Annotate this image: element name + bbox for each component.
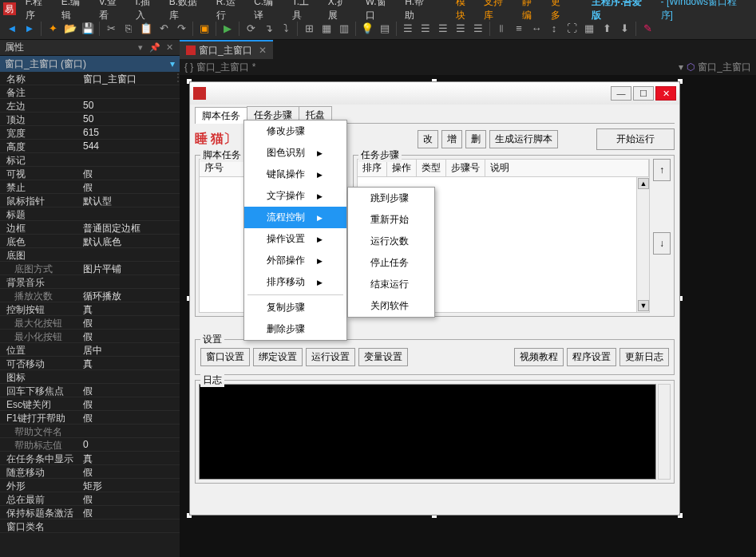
menu-item[interactable]: 操作设置▶ xyxy=(244,228,346,250)
design-canvas[interactable]: — ☐ ✕ 脚本任务 任务步骤 托盘 睡 猫〕 改 增 删 xyxy=(180,75,756,557)
property-row[interactable]: 高度544 xyxy=(0,140,180,153)
property-row[interactable]: F1键打开帮助假 xyxy=(0,411,180,425)
property-row[interactable]: 背景音乐 xyxy=(0,275,180,289)
panel-pin-icon[interactable]: 📌 xyxy=(149,42,160,53)
dist-h-icon[interactable]: ⫴ xyxy=(493,20,510,38)
dist-v-icon[interactable]: ≡ xyxy=(510,20,528,38)
edit-button[interactable]: 改 xyxy=(418,130,438,148)
copy-icon[interactable]: ⎘ xyxy=(120,20,137,38)
menu-item[interactable]: 运行次数 xyxy=(348,231,434,252)
var-settings-button[interactable]: 变量设置 xyxy=(358,348,408,366)
update-log-button[interactable]: 更新日志 xyxy=(619,348,669,366)
run-settings-button[interactable]: 运行设置 xyxy=(306,348,355,366)
property-row[interactable]: 可否移动真 xyxy=(0,357,180,370)
tab-script-task[interactable]: 脚本任务 xyxy=(195,107,247,124)
menu-item[interactable]: 流程控制▶ xyxy=(244,207,346,228)
scroll-up-icon[interactable]: ▲ xyxy=(638,178,649,189)
property-row[interactable]: 底图 xyxy=(0,248,180,262)
cut-icon[interactable]: ✂ xyxy=(102,20,120,38)
property-row[interactable]: 保持标题条激活假 xyxy=(0,506,180,519)
menu-item[interactable]: 关闭软件 xyxy=(348,295,434,317)
property-row[interactable]: 帮助标志值0 xyxy=(0,438,180,452)
start-run-button[interactable]: 开始运行 xyxy=(596,128,675,150)
size-h-icon[interactable]: ↕ xyxy=(545,20,563,38)
property-row[interactable]: 鼠标指针默认型 xyxy=(0,194,180,207)
property-row[interactable]: 底图方式图片平铺 xyxy=(0,262,180,275)
reload-icon[interactable]: ⟳ xyxy=(242,20,259,38)
col-stepno[interactable]: 步骤号 xyxy=(446,160,485,176)
property-row[interactable]: 控制按钮真 xyxy=(0,302,180,316)
maximize-button[interactable]: ☐ xyxy=(633,86,654,101)
property-row[interactable]: Esc键关闭假 xyxy=(0,397,180,411)
scroll-down-icon[interactable]: ▼ xyxy=(638,300,649,311)
menu-item[interactable]: 重新开始 xyxy=(348,209,434,231)
menu-item[interactable]: 删除步骤 xyxy=(244,318,346,340)
property-row[interactable]: 备注 xyxy=(0,85,180,99)
new-icon[interactable]: ✦ xyxy=(44,20,61,38)
property-row[interactable]: 边框普通固定边框 xyxy=(0,221,180,235)
video-tutorial-button[interactable]: 视频教程 xyxy=(514,348,564,366)
property-row[interactable]: 禁止假 xyxy=(0,180,180,194)
grid-icon[interactable]: ▦ xyxy=(580,20,598,38)
menu-item[interactable]: 文字操作▶ xyxy=(244,185,346,207)
property-row[interactable]: 外形矩形 xyxy=(0,479,180,492)
property-row[interactable]: 标题 xyxy=(0,207,180,221)
menu-item[interactable]: 外部操作▶ xyxy=(244,250,346,271)
window-settings-button[interactable]: 窗口设置 xyxy=(200,348,250,366)
menu-item[interactable]: 结束运行 xyxy=(348,274,434,295)
menu-item[interactable]: 跳到步骤 xyxy=(348,188,434,209)
folder-icon[interactable]: ▣ xyxy=(196,20,213,38)
property-row[interactable]: 位置居中 xyxy=(0,343,180,357)
tofront-icon[interactable]: ⬆ xyxy=(598,20,615,38)
property-row[interactable]: 窗口类名 xyxy=(0,519,180,533)
panel-dropdown-icon[interactable]: ▾ xyxy=(135,42,146,53)
minimize-button[interactable]: — xyxy=(611,86,631,101)
redo-icon[interactable]: ↷ xyxy=(172,20,190,38)
align-l-icon[interactable]: ☰ xyxy=(399,20,417,38)
editor-tab[interactable]: 窗口_主窗口 ✕ xyxy=(180,40,273,59)
align-m-icon[interactable]: ☰ xyxy=(469,20,487,38)
property-row[interactable]: 回车下移焦点假 xyxy=(0,384,180,397)
property-row[interactable]: 标记 xyxy=(0,153,180,167)
menu-item[interactable]: 停止任务 xyxy=(348,252,434,274)
property-row[interactable]: 随意移动假 xyxy=(0,465,180,479)
property-row[interactable]: 在任务条中显示真 xyxy=(0,452,180,465)
paste-icon[interactable]: 📋 xyxy=(137,20,155,38)
property-row[interactable]: 最大化按钮假 xyxy=(0,316,180,330)
pencil-icon[interactable]: ✎ xyxy=(639,20,656,38)
generate-script-button[interactable]: 生成运行脚本 xyxy=(489,130,558,148)
log-scrollbar[interactable] xyxy=(658,384,671,480)
layout-icon[interactable]: ▤ xyxy=(376,20,394,38)
log-output[interactable] xyxy=(199,384,656,480)
move-up-button[interactable]: ↑ xyxy=(653,159,671,181)
property-row[interactable]: 名称窗口_主窗口⋮ xyxy=(0,72,180,85)
forward-icon[interactable]: ► xyxy=(21,20,38,38)
add-button[interactable]: 增 xyxy=(441,130,462,148)
align-t-icon[interactable]: ☰ xyxy=(452,20,469,38)
btn-b-icon[interactable]: ▦ xyxy=(318,20,335,38)
nav-right-label[interactable]: 窗口_主窗口 xyxy=(698,61,751,74)
menu-item[interactable]: 图色识别▶ xyxy=(244,142,346,164)
property-row[interactable]: 宽度615 xyxy=(0,126,180,140)
col-sort[interactable]: 排序 xyxy=(358,160,387,176)
property-row[interactable]: 可视假 xyxy=(0,167,180,180)
nav-dropdown-icon[interactable]: ▾ xyxy=(679,61,683,73)
menu-item[interactable]: 复制步骤 xyxy=(244,297,346,318)
move-down-button[interactable]: ↓ xyxy=(653,232,671,255)
stepover-icon[interactable]: ⤵ xyxy=(277,20,295,38)
property-row[interactable]: 左边50 xyxy=(0,99,180,113)
property-row[interactable]: 播放次数循环播放 xyxy=(0,289,180,302)
btn-a-icon[interactable]: ⊞ xyxy=(300,20,318,38)
menu-item[interactable]: 排序移动▶ xyxy=(244,271,346,293)
align-r-icon[interactable]: ☰ xyxy=(434,20,452,38)
menu-item[interactable]: 修改步骤 xyxy=(244,120,346,142)
property-row[interactable]: 图标 xyxy=(0,370,180,384)
open-icon[interactable]: 📂 xyxy=(61,20,79,38)
size-w-icon[interactable]: ↔ xyxy=(528,20,545,38)
save-icon[interactable]: 💾 xyxy=(79,20,97,38)
back-icon[interactable]: ◄ xyxy=(3,20,21,38)
panel-close-icon[interactable]: ✕ xyxy=(164,42,175,53)
property-row[interactable]: 总在最前假 xyxy=(0,492,180,506)
btn-c-icon[interactable]: ▥ xyxy=(335,20,353,38)
col-action[interactable]: 操作 xyxy=(387,160,417,176)
